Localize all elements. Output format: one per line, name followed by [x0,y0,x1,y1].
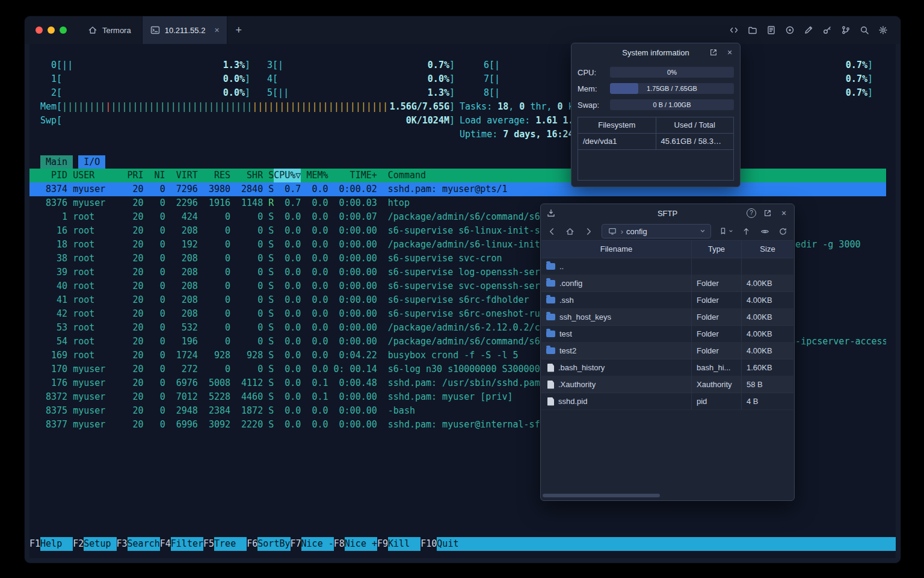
branch-icon[interactable] [840,25,851,36]
sftp-row-sshd.pid[interactable]: sshd.pidpid4 B [541,393,793,410]
titlebar-toolbar [728,25,901,36]
column-header-res[interactable]: RES [198,169,230,182]
fnbutton-F1[interactable]: Help [40,537,73,551]
htop-tab-main[interactable]: Main [40,155,73,169]
code-icon[interactable] [728,25,739,36]
help-icon[interactable]: ? [747,208,756,218]
cell-ni: 0 [144,266,165,279]
column-header-virt[interactable]: VIRT [165,169,198,182]
upload-button[interactable] [741,226,751,237]
cell-pri: 20 [127,335,143,349]
column-header-cpu[interactable]: CPU%▽ [274,169,301,182]
sftp-row-..[interactable]: .. [541,258,793,275]
path-breadcrumb[interactable]: › config [602,224,712,238]
column-header-size[interactable]: Size [742,241,793,258]
horizontal-scrollbar[interactable] [543,493,792,498]
cell-pri: 20 [127,321,143,335]
cell-res: 0 [198,279,230,293]
download-icon[interactable] [546,208,556,218]
close-window-button[interactable] [35,26,43,34]
events-log-icon[interactable] [766,25,777,36]
cell-shr: 0 [230,238,263,252]
tab-session[interactable]: 10.211.55.2 × [142,16,227,44]
file-size: 4.00KB [742,343,793,359]
sftp-row-.bash_history[interactable]: .bash_historybash_hi...1.60KB [541,359,793,376]
file-type: Folder [692,309,742,325]
process-table-header[interactable]: PIDUSERPRINIVIRTRESSHRSCPU%▽MEM%TIME+Com… [29,169,886,182]
open-in-window-icon[interactable] [763,208,772,218]
cell-s: S [263,266,274,279]
column-header-ni[interactable]: NI [144,169,165,182]
edit-icon[interactable] [803,25,814,36]
forward-button[interactable] [583,226,593,237]
file-type: Folder [692,275,742,291]
fnbutton-F3[interactable]: Search [128,537,160,551]
new-tab-button[interactable]: + [227,24,251,37]
sftp-row-test[interactable]: testFolder4.00KB [541,326,793,343]
column-header-s[interactable]: S [263,169,274,182]
tab-home[interactable]: Termora [76,16,142,44]
fnkey-F6: F6 [247,537,257,551]
column-header-pid[interactable]: PID [40,169,67,182]
refresh-icon[interactable] [778,226,788,237]
sftp-row-.ssh[interactable]: .sshFolder4.00KB [541,292,793,309]
cell-s: S [263,404,274,418]
sftp-titlebar: SFTP ? × [541,204,794,222]
close-icon[interactable]: × [779,208,789,218]
fnbutton-F7[interactable]: Nice - [301,537,334,551]
column-header-mem[interactable]: MEM% [301,169,328,182]
sftp-row-test2[interactable]: test2Folder4.00KB [541,343,793,359]
key-icon[interactable] [822,25,833,36]
home-button[interactable] [565,226,575,237]
column-header-type[interactable]: Type [692,241,742,258]
cell-res: 3092 [198,418,230,432]
column-header-time[interactable]: TIME+ [328,169,377,182]
fnkey-F8: F8 [334,537,345,551]
show-hidden-eye-icon[interactable] [760,226,770,237]
fnbutton-F8[interactable]: Nice + [345,537,377,551]
fnbutton-F10[interactable]: Quit [437,537,469,551]
process-row-8374[interactable]: 8374myuser200729639802840S0.70.00:00.02s… [29,182,886,196]
open-in-window-icon[interactable] [709,48,718,57]
fnbutton-F9[interactable]: Kill [388,537,420,551]
cell-pid: 8375 [40,404,67,418]
cell-virt: 7296 [165,182,198,196]
cell-mem: 0.0 [301,349,328,362]
fnbutton-F6[interactable]: SortBy [257,537,290,551]
htop-tab-io[interactable]: I/O [78,155,105,169]
fs-used-total: 45.61GB / 58.3… [656,134,734,149]
cpu-usage-value: 0% [610,67,734,78]
bookmark-button[interactable] [719,227,733,235]
minimize-window-button[interactable] [48,26,55,34]
column-header-filename[interactable]: Filename [541,241,692,258]
sftp-row-ssh_host_keys[interactable]: ssh_host_keysFolder4.00KB [541,309,793,326]
fnkey-F9: F9 [377,537,388,551]
cell-user: root [67,252,127,266]
sftp-toolbar: › config [541,222,794,240]
chevron-down-icon[interactable] [700,228,706,234]
cell-user: root [67,293,127,307]
fnbutton-F5[interactable]: Tree [214,537,247,551]
scrollbar-thumb[interactable] [543,494,660,497]
search-icon[interactable] [859,25,870,36]
sftp-row-.config[interactable]: .configFolder4.00KB [541,275,793,292]
folder-icon[interactable] [747,25,758,36]
column-header-shr[interactable]: SHR [230,169,263,182]
record-icon[interactable] [784,25,795,36]
tab-close-icon[interactable]: × [214,26,219,34]
sftp-row-.Xauthority[interactable]: .XauthorityXauthority58 B [541,376,793,393]
close-icon[interactable]: × [725,48,735,57]
fnbutton-F2[interactable]: Setup [84,537,116,551]
column-header-pri[interactable]: PRI [127,169,143,182]
cell-shr: 1872 [230,404,263,418]
cell-pri: 20 [127,224,143,238]
zoom-window-button[interactable] [60,26,67,34]
back-button[interactable] [547,226,557,237]
cpu-label: CPU: [578,68,605,77]
cell-cpu: 0.0 [274,335,301,349]
settings-gear-icon[interactable] [878,25,889,36]
cell-ni: 0 [144,390,165,404]
column-header-user[interactable]: USER [67,169,127,182]
cpu-usage-row: CPU: 0% [571,67,740,78]
fnbutton-F4[interactable]: Filter [171,537,203,551]
